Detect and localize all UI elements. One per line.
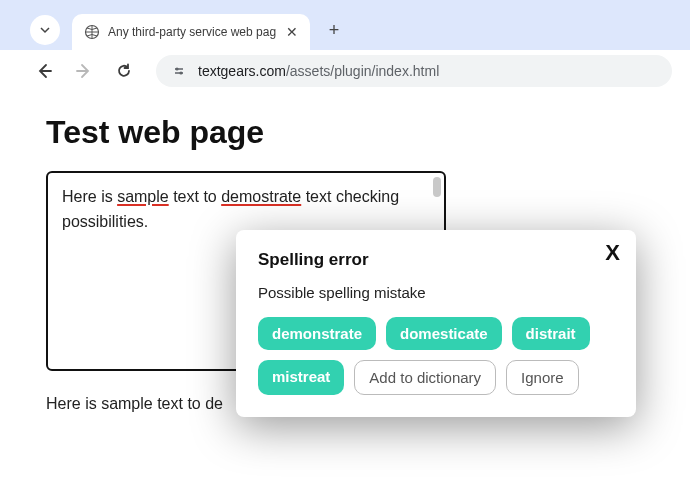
editor-text: Here is sample text to demostrate text c…	[62, 188, 399, 230]
popup-buttons: demonstrate domesticate distrait mistrea…	[258, 317, 614, 395]
suggestion-button[interactable]: demonstrate	[258, 317, 376, 350]
new-tab-button[interactable]: +	[320, 16, 348, 44]
spelling-popup: X Spelling error Possible spelling mista…	[236, 230, 636, 417]
scrollbar-thumb[interactable]	[433, 177, 441, 197]
page-title: Test web page	[46, 114, 644, 151]
tab-dropdown-button[interactable]	[30, 15, 60, 45]
spelling-error-mark[interactable]: sample	[117, 188, 169, 205]
arrow-left-icon	[35, 62, 53, 80]
tab-strip: Any third-party service web pag ✕ +	[0, 10, 690, 50]
popup-description: Possible spelling mistake	[258, 284, 614, 301]
spelling-error-mark[interactable]: demostrate	[221, 188, 301, 205]
close-button[interactable]: X	[605, 240, 620, 266]
arrow-right-icon	[75, 62, 93, 80]
back-button[interactable]	[30, 57, 58, 85]
globe-icon	[84, 24, 100, 40]
chevron-down-icon	[40, 25, 50, 35]
address-bar[interactable]: textgears.com/assets/plugin/index.html	[156, 55, 672, 87]
browser-toolbar: textgears.com/assets/plugin/index.html	[0, 50, 690, 92]
ignore-button[interactable]: Ignore	[506, 360, 579, 395]
browser-chrome: Any third-party service web pag ✕ + text…	[0, 0, 690, 90]
suggestion-button[interactable]: distrait	[512, 317, 590, 350]
forward-button[interactable]	[70, 57, 98, 85]
reload-button[interactable]	[110, 57, 138, 85]
suggestion-button[interactable]: domesticate	[386, 317, 502, 350]
browser-tab[interactable]: Any third-party service web pag ✕	[72, 14, 310, 50]
suggestion-button[interactable]: mistreat	[258, 360, 344, 395]
reload-icon	[115, 62, 133, 80]
tab-close-button[interactable]: ✕	[284, 24, 300, 40]
tab-title: Any third-party service web pag	[108, 25, 276, 39]
svg-point-2	[179, 71, 182, 74]
popup-title: Spelling error	[258, 250, 614, 270]
svg-point-1	[175, 67, 178, 70]
site-settings-icon[interactable]	[170, 62, 188, 80]
add-to-dictionary-button[interactable]: Add to dictionary	[354, 360, 496, 395]
url-text: textgears.com/assets/plugin/index.html	[198, 63, 439, 79]
